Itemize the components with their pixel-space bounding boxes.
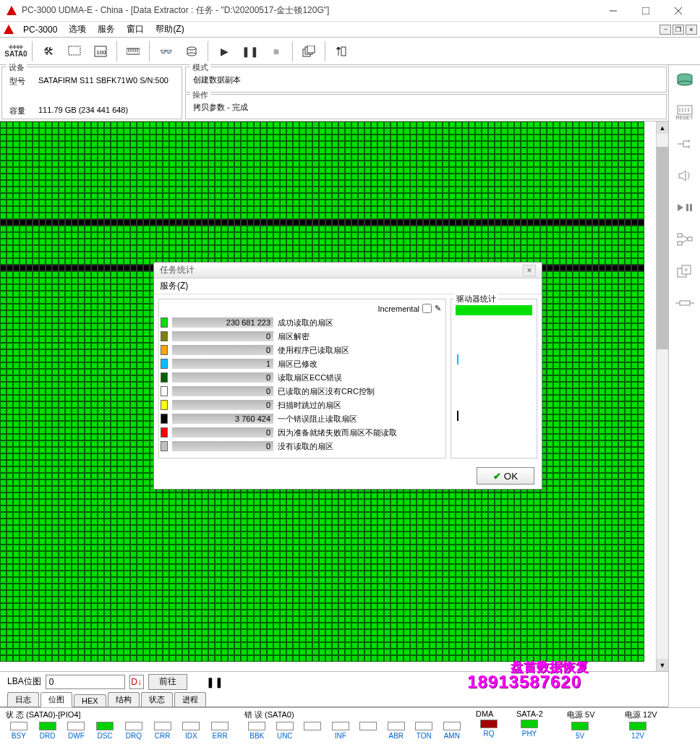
mdi-minimize-button[interactable]: －: [660, 25, 671, 35]
stat-row: 0扫描时跳过的扇区: [161, 398, 441, 411]
reset-icon[interactable]: RESET: [673, 101, 696, 123]
stat-label: 扇区解密: [278, 331, 310, 342]
stat-value: 230 681 223: [172, 317, 273, 328]
led-label: AMN: [444, 732, 460, 740]
led-BBK: BBK: [243, 722, 271, 740]
led-label: TON: [417, 732, 432, 740]
stat-row: 1扇区已修改: [161, 357, 441, 370]
tab-hex[interactable]: HEX: [74, 694, 106, 707]
svg-marker-0: [7, 6, 17, 15]
playpause-icon[interactable]: [673, 197, 696, 218]
driver-stat-bar-black: [457, 411, 458, 421]
tab-log[interactable]: 日志: [7, 692, 39, 707]
tab-structure[interactable]: 结构: [108, 692, 140, 707]
dialog-title: 任务统计: [160, 264, 195, 276]
dialog-close-button[interactable]: ×: [523, 265, 536, 276]
mdi-restore-button[interactable]: ❐: [673, 25, 684, 35]
copy-icon[interactable]: ×: [673, 260, 696, 282]
tab-status[interactable]: 状态: [141, 692, 173, 707]
menu-window[interactable]: 窗口: [121, 22, 150, 37]
incremental-checkbox[interactable]: [422, 304, 432, 313]
tab-bitmap[interactable]: 位图: [40, 692, 72, 707]
maximize-button[interactable]: [629, 0, 662, 22]
cylinder-icon[interactable]: [179, 39, 204, 64]
stat-swatch: [161, 427, 168, 438]
mode-header: 模式: [190, 62, 210, 73]
vertical-scrollbar[interactable]: ▲ ▼: [656, 121, 668, 671]
tree-icon[interactable]: [673, 229, 696, 250]
copy-stack-icon[interactable]: [296, 39, 321, 64]
stat-row: 0读取扇区ECC错误: [161, 371, 441, 384]
stat-row: 0因为准备就绪失败而扇区不能读取: [161, 426, 441, 439]
scrollbar-thumb[interactable]: [657, 147, 668, 349]
menu-service[interactable]: 服务: [92, 22, 121, 37]
info-panels: 设备 型号 SATAFIRM S11 SBFK71W0 S/N:500 容量 1…: [0, 65, 668, 121]
led-box: [10, 722, 27, 730]
tab-process[interactable]: 进程: [174, 692, 206, 707]
driver-stat-bar-cyan: [457, 354, 458, 364]
play-button[interactable]: ▶: [212, 39, 236, 64]
led-box: [304, 722, 321, 730]
mdi-close-button[interactable]: ×: [686, 25, 697, 35]
led-label: BSY: [12, 732, 26, 740]
connector-icon[interactable]: [673, 133, 696, 155]
model-value: SATAFIRM S11 SBFK71W0 S/N:500: [38, 76, 168, 87]
svg-line-44: [682, 235, 688, 239]
pause-icon[interactable]: ❚❚: [206, 676, 223, 688]
disk-icon[interactable]: [673, 69, 696, 91]
led-box: [443, 722, 461, 730]
menu-help[interactable]: 帮助(Z): [150, 22, 189, 37]
disk-jump-icon[interactable]: D↓: [129, 675, 144, 689]
led-label: 12V: [631, 732, 644, 740]
svg-rect-41: [678, 234, 682, 237]
binoculars-icon[interactable]: 👓: [153, 39, 178, 64]
pause-button[interactable]: ❚❚: [238, 39, 262, 64]
led-box: [96, 722, 114, 730]
stop-button[interactable]: ■: [264, 39, 289, 64]
menu-app[interactable]: PC-3000: [17, 23, 63, 36]
check-icon: ✔: [493, 471, 501, 482]
led-box: [154, 722, 171, 730]
led-UNC: UNC: [271, 722, 299, 740]
exit-icon[interactable]: [329, 39, 354, 64]
speaker-icon[interactable]: [673, 165, 696, 187]
menu-options[interactable]: 选项: [63, 22, 92, 37]
sata0-button[interactable]: SATA0: [4, 39, 28, 64]
led-box: [39, 722, 56, 730]
percent-icon[interactable]: 100: [88, 39, 113, 64]
close-button[interactable]: [662, 0, 694, 22]
resistor-icon[interactable]: [673, 292, 696, 314]
ruler-icon[interactable]: [121, 39, 145, 64]
led-label: CRR: [155, 732, 171, 740]
stat-label: 成功读取的扇区: [278, 317, 333, 328]
led-RQ: RQ: [474, 720, 503, 738]
ok-button[interactable]: ✔ OK: [477, 467, 534, 485]
svg-rect-39: [686, 204, 688, 211]
svg-rect-26: [307, 46, 315, 53]
stat-row: 0使用程序已读取扇区: [161, 344, 441, 357]
go-button[interactable]: 前往: [148, 674, 187, 690]
led-label: 5V: [576, 732, 584, 740]
stat-row: 0扇区解密: [161, 330, 441, 343]
status-led-row: 状 态 (SATA0)-[PIO4] BSYDRDDWFDSCDRQCRRIDX…: [0, 707, 700, 742]
status-group1-header: 状 态 (SATA0)-[PIO4]: [4, 709, 234, 720]
stat-label: 没有读取的扇区: [278, 441, 333, 452]
scroll-up-icon[interactable]: ▲: [657, 121, 668, 134]
operation-header: 操作: [190, 90, 210, 101]
device-header: 设备: [7, 62, 27, 73]
region-icon[interactable]: [62, 39, 87, 64]
scroll-down-icon[interactable]: ▼: [657, 659, 668, 671]
lba-input[interactable]: [46, 675, 125, 689]
stat-label: 已读取的扇区没有CRC控制: [278, 386, 375, 397]
minimize-button[interactable]: [597, 0, 629, 22]
watermark-phone: 18913587620: [467, 672, 581, 692]
led-box: [211, 722, 229, 730]
driver-stats-header: 驱动器统计: [454, 294, 498, 304]
window-title: PC-3000 UDMA-E - China - [Data Extractor…: [22, 4, 597, 17]
led-DRQ: DRQ: [119, 722, 148, 740]
stat-swatch: [161, 386, 168, 396]
dialog-menu-service[interactable]: 服务(Z): [160, 281, 188, 291]
pencil-icon[interactable]: ✎: [435, 304, 441, 313]
svg-rect-50: [680, 301, 690, 305]
tools-icon[interactable]: 🛠: [36, 39, 61, 64]
